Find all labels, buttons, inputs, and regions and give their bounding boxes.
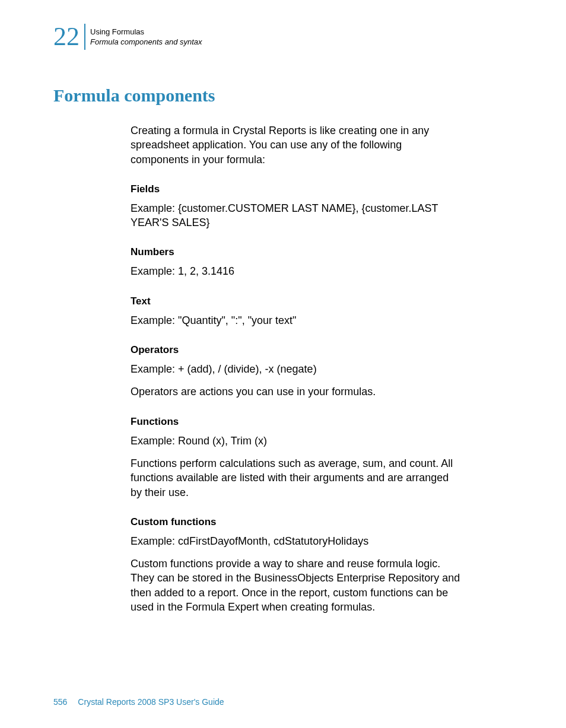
functions-description: Functions perform calculations such as a… — [131, 456, 463, 500]
operators-heading: Operators — [131, 344, 463, 356]
header-divider — [84, 24, 85, 50]
page-number: 556 — [53, 697, 67, 707]
fields-heading: Fields — [131, 183, 463, 195]
page-footer: 556 Crystal Reports 2008 SP3 User's Guid… — [53, 697, 224, 707]
header-text-block: Using Formulas Formula components and sy… — [90, 27, 202, 46]
fields-example: Example: {customer.CUSTOMER LAST NAME}, … — [131, 201, 463, 230]
custom-functions-heading: Custom functions — [131, 516, 463, 528]
custom-functions-example: Example: cdFirstDayofMonth, cdStatutoryH… — [131, 534, 463, 548]
main-heading: Formula components — [53, 85, 513, 106]
functions-example: Example: Round (x), Trim (x) — [131, 434, 463, 448]
operators-description: Operators are actions you can use in you… — [131, 384, 463, 399]
intro-paragraph: Creating a formula in Crystal Reports is… — [131, 123, 463, 167]
chapter-number: 22 — [53, 24, 80, 50]
header-chapter-title: Using Formulas — [90, 27, 202, 36]
content-area: Creating a formula in Crystal Reports is… — [131, 123, 463, 614]
functions-heading: Functions — [131, 416, 463, 428]
footer-document-title: Crystal Reports 2008 SP3 User's Guide — [78, 697, 224, 707]
numbers-example: Example: 1, 2, 3.1416 — [131, 264, 463, 278]
custom-functions-description: Custom functions provide a way to share … — [131, 557, 463, 614]
text-example: Example: "Quantity", ":", "your text" — [131, 313, 463, 328]
header-section-title: Formula components and syntax — [90, 37, 202, 46]
numbers-heading: Numbers — [131, 246, 463, 258]
operators-example: Example: + (add), / (divide), -x (negate… — [131, 362, 463, 376]
page-header: 22 Using Formulas Formula components and… — [53, 24, 513, 50]
text-heading: Text — [131, 295, 463, 307]
